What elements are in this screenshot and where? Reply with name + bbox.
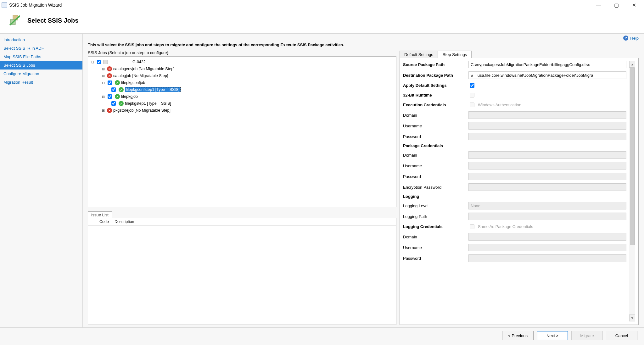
job-checkbox[interactable] — [108, 81, 112, 85]
logging-cred-checkbox[interactable] — [470, 224, 474, 229]
exec-username-label: Username — [403, 124, 468, 128]
apply-defaults-label: Apply Default Settings — [403, 83, 468, 88]
enc-password-input[interactable] — [468, 183, 626, 191]
ok-icon — [115, 80, 120, 85]
title-bar: SSIS Job Migration Wizard — ▢ ✕ — [0, 0, 644, 10]
help-link[interactable]: Help — [630, 36, 639, 41]
step-settings-panel: Source Package Path Destination Package … — [400, 58, 639, 325]
exec-cred-checkbox[interactable] — [470, 103, 474, 107]
issue-list-tab: Issue List — [88, 211, 112, 218]
root-checkbox[interactable] — [97, 60, 101, 64]
tree-item-label: pkgstorejob [No Migratable Step] — [113, 108, 171, 113]
error-icon — [107, 108, 112, 113]
previous-button[interactable]: < Previous — [502, 331, 534, 340]
collapse-icon[interactable]: ⊟ — [91, 60, 94, 64]
pkg-cred-label: Package Credentials — [403, 143, 468, 148]
step-checkbox[interactable] — [111, 101, 116, 106]
tree-job-pkgstorejob[interactable]: ⊞ pkgstorejob [No Migratable Step] — [91, 107, 393, 114]
tree-job-catalogjob[interactable]: ⊞ catalogjob [No Migratable Step] — [91, 72, 393, 79]
sidebar-item-configure-migration[interactable]: Configure Migration — [0, 70, 82, 78]
server-icon — [104, 60, 108, 64]
close-icon[interactable]: ✕ — [627, 2, 641, 8]
scroll-up-icon[interactable]: ▲ — [629, 61, 635, 68]
log-password-label: Password — [403, 256, 468, 261]
sidebar: Introduction Select SSIS IR in ADF Map S… — [0, 33, 83, 327]
issue-col-description: Description — [115, 220, 134, 224]
sidebar-item-introduction[interactable]: Introduction — [0, 36, 82, 44]
job-checkbox[interactable] — [108, 94, 112, 99]
apply-defaults-checkbox[interactable] — [470, 83, 474, 88]
tree-root-label: G-0422 — [132, 60, 146, 64]
tree-step-label: filepkgstep1 [Type = SSIS] — [125, 101, 171, 106]
issue-list[interactable]: Code Description — [88, 218, 396, 325]
issue-col-code: Code — [99, 220, 109, 224]
sidebar-item-map-paths[interactable]: Map SSIS File Paths — [0, 53, 82, 61]
exec-cred-option: Windows Authentication — [478, 103, 521, 107]
error-icon — [107, 66, 112, 71]
tree-step-label: filepkgconfstep1 [Type = SSIS] — [125, 87, 181, 92]
expand-icon[interactable]: ⊞ — [101, 74, 105, 78]
tree-root[interactable]: ⊟ G-0422 — [91, 58, 393, 65]
tree-step-filepkgconfstep1[interactable]: filepkgconfstep1 [Type = SSIS] — [91, 86, 393, 93]
tree-job-filepkgconfjob[interactable]: ⊟ filepkgconfjob — [91, 79, 393, 86]
ok-icon — [115, 94, 120, 99]
app-window: SSIS Job Migration Wizard — ▢ ✕ Select S… — [0, 0, 644, 345]
log-domain-input[interactable] — [468, 233, 626, 241]
expand-icon[interactable]: ⊞ — [101, 109, 105, 113]
logging-label: Logging — [403, 194, 468, 199]
page-title: Select SSIS Jobs — [27, 17, 78, 24]
tree-item-label: filepkgconfjob — [121, 81, 145, 85]
next-button[interactable]: Next > — [537, 331, 568, 340]
maximize-icon[interactable]: ▢ — [609, 2, 624, 8]
tab-default-settings[interactable]: Default Settings — [400, 51, 438, 58]
tab-step-settings[interactable]: Step Settings — [438, 51, 472, 58]
scroll-track[interactable] — [629, 68, 635, 314]
app-icon — [2, 2, 7, 8]
log-domain-label: Domain — [403, 235, 468, 239]
expand-icon[interactable]: ⊞ — [101, 67, 105, 71]
exec-cred-label: Execution Credentials — [403, 103, 468, 107]
logging-level-select[interactable] — [468, 202, 626, 209]
tree-job-catalogenvjob[interactable]: ⊞ catalogenvjob [No Migratable Step] — [91, 65, 393, 72]
sidebar-item-migration-result[interactable]: Migration Result — [0, 78, 82, 86]
collapse-icon[interactable]: ⊟ — [101, 95, 105, 99]
pkg-domain-input[interactable] — [468, 151, 626, 159]
scroll-down-icon[interactable]: ▼ — [629, 314, 635, 321]
minimize-icon[interactable]: — — [591, 2, 606, 8]
window-title: SSIS Job Migration Wizard — [9, 3, 62, 8]
wizard-icon — [7, 13, 22, 28]
logging-cred-label: Logging Credentials — [403, 224, 468, 229]
exec-password-label: Password — [403, 134, 468, 139]
sidebar-item-select-ir[interactable]: Select SSIS IR in ADF — [0, 44, 82, 53]
pkg-password-input[interactable] — [468, 173, 626, 180]
migrate-button[interactable]: Migrate — [571, 331, 603, 340]
exec-domain-label: Domain — [403, 113, 468, 118]
logging-path-input[interactable] — [468, 213, 626, 220]
logging-path-label: Logging Path — [403, 214, 468, 219]
tree-caption: SSIS Jobs (Select a job or step to confi… — [88, 50, 396, 55]
dest-path-input[interactable] — [468, 71, 626, 79]
collapse-icon[interactable]: ⊟ — [101, 81, 105, 85]
cancel-button[interactable]: Cancel — [606, 331, 637, 340]
footer-buttons: < Previous Next > Migrate Cancel — [0, 327, 644, 345]
bit32-checkbox[interactable] — [470, 93, 474, 97]
log-password-input[interactable] — [468, 254, 626, 262]
tree-job-filepkgjob[interactable]: ⊟ filepkgjob — [91, 93, 393, 100]
help-icon[interactable]: ? — [623, 36, 628, 41]
log-username-input[interactable] — [468, 244, 626, 251]
exec-domain-input[interactable] — [468, 111, 626, 119]
source-path-input[interactable] — [468, 61, 626, 68]
tree-step-filepkgstep1[interactable]: filepkgstep1 [Type = SSIS] — [91, 100, 393, 107]
scroll-thumb[interactable] — [630, 68, 635, 245]
step-checkbox[interactable] — [111, 87, 116, 92]
log-username-label: Username — [403, 245, 468, 250]
source-path-label: Source Package Path — [403, 62, 468, 67]
pkg-username-label: Username — [403, 164, 468, 168]
sidebar-item-select-jobs[interactable]: Select SSIS Jobs — [0, 61, 82, 70]
jobs-tree[interactable]: ⊟ G-0422 ⊞ catalogenvjob [No Migratable … — [88, 56, 396, 207]
pkg-username-input[interactable] — [468, 162, 626, 170]
logging-cred-option: Same As Package Credentials — [478, 224, 533, 229]
vertical-scrollbar[interactable]: ▲ ▼ — [629, 61, 635, 321]
exec-username-input[interactable] — [468, 122, 626, 130]
exec-password-input[interactable] — [468, 133, 626, 140]
